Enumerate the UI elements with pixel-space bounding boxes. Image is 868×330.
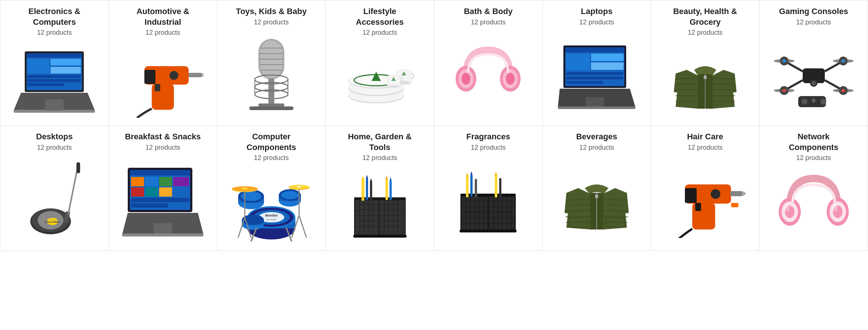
headphones-pink-icon: [451, 39, 525, 113]
category-title: NetworkComponents: [789, 132, 838, 153]
svg-point-100: [783, 59, 786, 62]
svg-marker-231: [470, 171, 473, 175]
svg-point-48: [387, 85, 400, 88]
svg-point-269: [833, 204, 838, 212]
svg-rect-258: [695, 203, 701, 211]
category-count: 12 products: [688, 144, 723, 152]
svg-rect-18: [155, 84, 160, 91]
category-count: 12 products: [254, 154, 289, 162]
svg-point-17: [169, 71, 178, 80]
svg-line-166: [299, 215, 306, 238]
category-image-container: [438, 155, 539, 247]
drums-icon: Mendini by Cecilio: [231, 167, 312, 245]
golf-driver-icon: CALLAWAY: [21, 160, 88, 242]
svg-rect-127: [131, 187, 144, 197]
category-title: Beverages: [576, 132, 617, 142]
svg-rect-61: [591, 54, 624, 61]
svg-rect-4: [51, 59, 81, 65]
svg-marker-193: [361, 176, 364, 180]
svg-rect-228: [466, 177, 469, 197]
category-image-container: [546, 155, 647, 247]
category-count: 12 products: [363, 154, 397, 162]
category-breakfast-snacks[interactable]: Breakfast & Snacks 12 products: [109, 126, 217, 251]
svg-rect-122: [130, 170, 190, 176]
category-home-garden-tools[interactable]: Home, Garden &Tools 12 products: [326, 126, 434, 251]
category-count: 12 products: [579, 18, 614, 26]
svg-rect-128: [145, 187, 158, 197]
organizer2-icon: [451, 164, 525, 238]
svg-point-268: [785, 204, 790, 212]
category-image-container: [329, 166, 430, 247]
svg-rect-108: [813, 98, 814, 103]
category-count: 12 products: [688, 29, 723, 37]
category-image-container: [221, 30, 322, 122]
svg-marker-196: [366, 175, 368, 178]
category-desktops[interactable]: Desktops 12 products CALLAWAY: [0, 126, 109, 251]
svg-point-257: [711, 189, 720, 199]
svg-text:Mendini: Mendini: [265, 214, 278, 217]
desk-organizer-icon: [343, 169, 417, 243]
svg-marker-229: [466, 173, 469, 177]
svg-rect-259: [731, 203, 738, 207]
category-title: LifestyleAccessories: [356, 6, 404, 27]
category-image-container: Mendini by Cecilio: [221, 166, 322, 247]
category-network-components[interactable]: NetworkComponents 12 products: [759, 126, 868, 251]
svg-marker-255: [742, 191, 746, 196]
svg-rect-134: [122, 234, 203, 237]
headphones-pink2-icon: [777, 169, 851, 243]
laptop2-icon: [556, 42, 637, 109]
category-bath-body[interactable]: Bath & Body 12 products: [434, 0, 543, 126]
laptop3-icon: [122, 164, 203, 238]
category-hair-care[interactable]: Hair Care 12 products: [651, 126, 760, 251]
category-title: Beauty, Health &Grocery: [673, 6, 737, 27]
svg-rect-230: [470, 175, 473, 197]
svg-point-151: [281, 191, 299, 199]
category-title: Bath & Body: [464, 6, 512, 17]
svg-marker-15: [202, 73, 203, 77]
svg-rect-123: [131, 177, 144, 186]
category-image-container: [655, 40, 756, 122]
category-laptops[interactable]: Laptops 12 products: [543, 0, 651, 126]
svg-rect-195: [366, 178, 368, 200]
category-count: 12 products: [471, 144, 505, 152]
svg-rect-59: [565, 47, 624, 52]
category-lifestyle-accessories[interactable]: LifestyleAccessories 12 products: [326, 0, 434, 126]
category-beverages[interactable]: Beverages 12 products: [543, 126, 651, 251]
category-gaming-consoles[interactable]: Gaming Consoles 12 products: [759, 0, 868, 126]
svg-rect-62: [591, 62, 624, 70]
svg-rect-171: [378, 200, 380, 235]
category-count: 12 products: [254, 18, 289, 26]
svg-rect-125: [159, 177, 172, 186]
svg-rect-16: [144, 70, 155, 84]
svg-rect-67: [558, 106, 635, 109]
category-computer-components[interactable]: ComputerComponents 12 products Mendini b…: [217, 126, 326, 251]
category-beauty-health-grocery[interactable]: Beauty, Health &Grocery 12 products: [651, 0, 760, 126]
svg-rect-14: [189, 73, 202, 77]
svg-point-102: [783, 89, 786, 92]
svg-rect-60: [566, 54, 590, 70]
svg-point-160: [297, 186, 301, 187]
category-automotive-industrial[interactable]: Automotive &Industrial 12 products: [109, 0, 217, 126]
category-electronics-computers[interactable]: Electronics &Computers 12 products: [0, 0, 109, 126]
category-image-container: [438, 30, 539, 122]
svg-rect-232: [475, 179, 477, 197]
plates-icon: [339, 44, 421, 118]
category-toys-kids-baby[interactable]: Toys, Kids & Baby 12 products: [217, 0, 326, 126]
svg-point-106: [820, 99, 826, 105]
svg-rect-199: [385, 180, 388, 200]
svg-rect-129: [159, 187, 172, 197]
laptop-icon: [14, 48, 95, 114]
drone-icon: [773, 42, 854, 109]
svg-rect-63: [566, 72, 623, 75]
category-image-container: [655, 155, 756, 247]
category-count: 12 products: [796, 154, 831, 162]
category-image-container: [763, 166, 864, 247]
category-title: Fragrances: [466, 132, 510, 142]
svg-rect-235: [499, 178, 501, 197]
svg-rect-132: [131, 203, 168, 208]
category-title: Gaming Consoles: [779, 6, 848, 17]
category-count: 12 products: [37, 144, 72, 152]
category-fragrances[interactable]: Fragrances 12 products: [434, 126, 543, 251]
category-title: Laptops: [581, 6, 613, 17]
svg-rect-207: [460, 194, 516, 197]
